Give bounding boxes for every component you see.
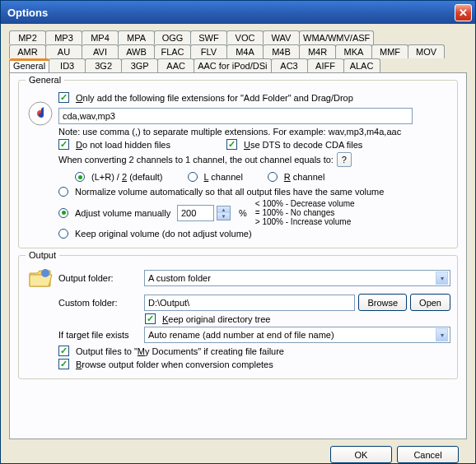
tab-3g2[interactable]: 3G2 <box>85 58 122 72</box>
svg-point-2 <box>41 269 49 277</box>
tab-ogg[interactable]: OGG <box>154 30 191 44</box>
ok-button[interactable]: OK <box>330 446 392 463</box>
tab-aac[interactable]: AAC <box>157 58 194 72</box>
tab-mp2[interactable]: MP2 <box>9 30 46 44</box>
output-folder-combo[interactable]: A custom folder ▾ <box>144 270 450 286</box>
keep-tree-checkbox[interactable] <box>145 313 156 324</box>
tab-au[interactable]: AU <box>45 44 82 58</box>
tab-avi[interactable]: AVI <box>82 44 119 58</box>
tab-aac-for-ipod-dsi[interactable]: AAC for iPod/DSi <box>194 58 271 72</box>
tab-id3[interactable]: ID3 <box>49 58 86 72</box>
music-icon <box>26 100 55 127</box>
tab-m4r[interactable]: M4R <box>299 44 336 58</box>
dts-label: Use DTS to decode CDA files <box>244 140 362 150</box>
percent-label: % <box>239 208 247 218</box>
radio-lr[interactable]: (L+R) / 2 (default) <box>75 172 163 182</box>
keep-tree-label: Keep original directory tree <box>162 314 270 324</box>
output-folder-label: Output folder: <box>58 273 141 283</box>
only-add-label: Only add the following file extensions f… <box>76 93 353 103</box>
normalize-radio[interactable] <box>58 187 68 197</box>
dialog-footer: OK Cancel <box>9 439 467 464</box>
mydocs-checkbox[interactable] <box>58 346 69 356</box>
tabs-row-3: GeneralID33G23GPAACAAC for iPod/DSiAC3AI… <box>9 58 467 72</box>
only-add-checkbox[interactable] <box>58 92 69 103</box>
titlebar: Options ✕ <box>1 1 475 24</box>
tab-wma-wmv-asf[interactable]: WMA/WMV/ASF <box>299 30 374 44</box>
adjust-label: Adjust volume manually <box>75 208 174 218</box>
tab-mp4[interactable]: MP4 <box>82 30 119 44</box>
folder-icon <box>26 265 55 291</box>
tab-flac[interactable]: FLAC <box>154 44 191 58</box>
target-exists-combo[interactable]: Auto rename (add number at end of file n… <box>144 327 450 343</box>
custom-folder-label: Custom folder: <box>58 298 141 308</box>
tab-ac3[interactable]: AC3 <box>271 58 308 72</box>
tab-3gp[interactable]: 3GP <box>121 58 158 72</box>
custom-folder-input[interactable] <box>144 295 355 311</box>
options-window: Options ✕ MP2MP3MP4MPAOGGSWFVOCWAVWMA/WM… <box>0 0 476 464</box>
browse-done-label: Browse output folder when conversion com… <box>76 360 273 369</box>
general-group: General Only add the following file exte… <box>18 80 458 248</box>
keep-volume-radio[interactable] <box>58 229 68 239</box>
tab-m4a[interactable]: M4A <box>226 44 264 58</box>
tab-aiff[interactable]: AIFF <box>307 58 344 72</box>
target-exists-label: If target file exists <box>58 330 141 340</box>
tab-swf[interactable]: SWF <box>190 30 227 44</box>
volume-input[interactable] <box>177 205 214 221</box>
hidden-files-checkbox[interactable] <box>58 139 69 150</box>
general-legend: General <box>26 75 64 85</box>
open-button[interactable]: Open <box>410 294 450 311</box>
tabs-row-1: MP2MP3MP4MPAOGGSWFVOCWAVWMA/WMV/ASF <box>9 30 467 44</box>
chevron-down-icon: ▾ <box>436 328 448 341</box>
tab-m4b[interactable]: M4B <box>263 44 300 58</box>
tab-amr[interactable]: AMR <box>9 44 46 58</box>
browse-button[interactable]: Browse <box>358 294 407 311</box>
tab-awb[interactable]: AWB <box>118 44 155 58</box>
tab-flv[interactable]: FLV <box>190 44 227 58</box>
tab-alac[interactable]: ALAC <box>343 58 380 72</box>
volume-hint: < 100% - Decrease volume= 100% - No chan… <box>255 199 355 226</box>
tab-voc[interactable]: VOC <box>226 30 264 44</box>
tab-mmf[interactable]: MMF <box>371 44 408 58</box>
mydocs-label: Output files to "My Documents" if creati… <box>76 346 284 356</box>
close-button[interactable]: ✕ <box>455 4 472 21</box>
radio-r[interactable]: R channel <box>268 172 325 182</box>
tab-mpa[interactable]: MPA <box>118 30 155 44</box>
tabs-row-2: AMRAUAVIAWBFLACFLVM4AM4BM4RMKAMMFMOV <box>9 44 467 58</box>
tab-general[interactable]: General <box>9 58 49 72</box>
extensions-note: Note: use comma (,) to separate multiple… <box>58 127 450 137</box>
output-legend: Output <box>26 250 59 260</box>
cancel-button[interactable]: Cancel <box>397 446 459 463</box>
tab-mka[interactable]: MKA <box>335 44 372 58</box>
convert-channels-label: When converting 2 channels to 1 channel,… <box>58 155 334 165</box>
radio-l[interactable]: L channel <box>188 172 243 182</box>
extensions-input[interactable] <box>58 108 413 124</box>
hidden-files-label: Do not load hidden files <box>76 140 170 150</box>
output-group: Output Output folder: A custom folder ▾ … <box>18 255 458 379</box>
browse-done-checkbox[interactable] <box>58 359 69 369</box>
normalize-label: Normalize volume automatically so that a… <box>75 187 384 197</box>
dts-checkbox[interactable] <box>226 139 237 150</box>
tab-mov[interactable]: MOV <box>408 44 445 58</box>
volume-spinner[interactable]: ▲▼ <box>217 206 231 220</box>
help-button[interactable]: ? <box>337 152 352 167</box>
tab-body-general: General Only add the following file exte… <box>9 72 467 439</box>
tab-mp3[interactable]: MP3 <box>45 30 82 44</box>
keep-volume-label: Keep original volume (do not adjust volu… <box>75 229 252 239</box>
tab-wav[interactable]: WAV <box>263 30 300 44</box>
window-title: Options <box>4 7 455 19</box>
adjust-radio[interactable] <box>58 208 68 218</box>
chevron-down-icon: ▾ <box>436 271 448 285</box>
